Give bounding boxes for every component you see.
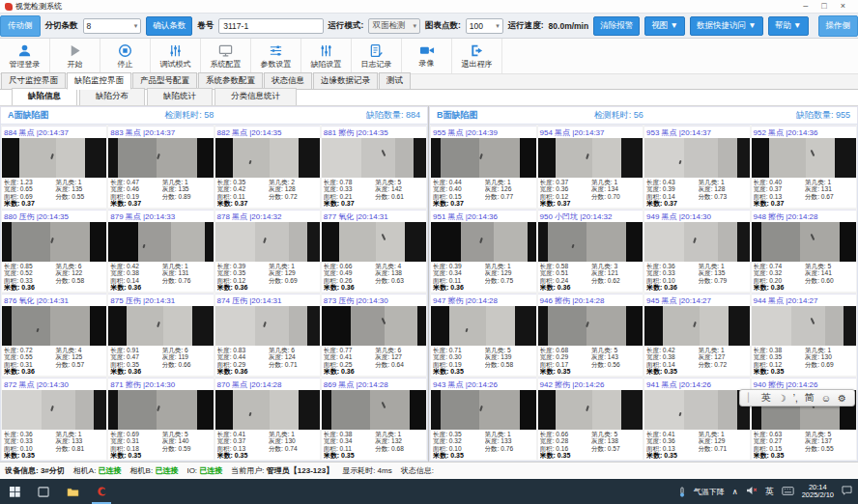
tool-button-开始[interactable]: 开始: [50, 39, 100, 73]
keyboard-icon[interactable]: [782, 487, 794, 497]
window-title: 视觉检测系统: [15, 1, 62, 12]
tab-状态信息[interactable]: 状态信息: [264, 72, 312, 89]
subtab-缺陷统计[interactable]: 缺陷统计: [147, 88, 213, 105]
task-view-button[interactable]: [29, 479, 58, 504]
defect-cell[interactable]: 941 黑点 |20:14:26长度: 0.41宽度: 0.36面积: 0.13…: [644, 378, 750, 460]
maximize-button[interactable]: □: [821, 2, 826, 11]
drive-side-button[interactable]: 传动侧: [0, 15, 41, 37]
defect-cell[interactable]: 945 黑点 |20:14:27长度: 0.42宽度: 0.38面积: 0.14…: [644, 294, 750, 376]
defect-cell[interactable]: 943 黑点 |20:14:26长度: 0.35宽度: 0.32面积: 0.10…: [431, 378, 536, 460]
io-status: 已连接: [199, 466, 222, 475]
slit-count-select[interactable]: 8 ▾: [83, 18, 142, 34]
tool-button-系统配置[interactable]: 系统配置: [201, 39, 251, 73]
close-button[interactable]: ×: [841, 2, 845, 11]
tool-button-停止[interactable]: 停止: [100, 39, 151, 73]
tab-尺寸监控界面[interactable]: 尺寸监控界面: [1, 72, 66, 89]
defect-cell[interactable]: 870 黑点 |20:14:28长度: 0.41宽度: 0.37面积: 0.13…: [215, 378, 320, 460]
meta-length: 长度: 0.36: [4, 431, 55, 437]
defect-cell[interactable]: 883 黑点 |20:14:37长度: 0.47宽度: 0.46面积: 0.19…: [108, 126, 213, 208]
tool-button-缺陷设置[interactable]: 缺陷设置: [301, 39, 352, 73]
subtab-分类信息统计[interactable]: 分类信息统计: [214, 88, 297, 105]
tool-button-日志记录[interactable]: 日志记录: [352, 39, 402, 73]
defect-cell[interactable]: 942 擦伤 |20:14:26长度: 0.66宽度: 0.28面积: 0.16…: [538, 378, 644, 460]
defect-cell[interactable]: 872 黑点 |20:14:30长度: 0.36宽度: 0.33面积: 0.10…: [2, 378, 106, 460]
language-indicator[interactable]: 英: [765, 486, 774, 498]
punctuation-icon[interactable]: ’,: [793, 393, 798, 404]
meta-score: 分数: 0.77: [485, 193, 534, 200]
run-mode-select[interactable]: 双面检测 ▾: [368, 18, 420, 34]
tray-expand-icon[interactable]: ∧: [732, 488, 738, 496]
defect-cell[interactable]: 948 擦伤 |20:14:28长度: 0.74宽度: 0.32面积: 0.20…: [752, 210, 857, 292]
defect-cell[interactable]: 881 擦伤 |20:14:35长度: 0.78宽度: 0.33面积: 0.21…: [322, 126, 426, 208]
ime-simplified-button[interactable]: 简: [805, 391, 815, 405]
defect-cell[interactable]: 949 黑点 |20:14:30长度: 0.36宽度: 0.33面积: 0.10…: [644, 210, 750, 292]
meta-meter: 米数: 0.37: [540, 200, 592, 207]
meta-class: 第几类: 1: [485, 263, 534, 269]
defect-meta-right: 第几类: 1灰度: 129分数: 0.71: [699, 431, 748, 460]
chart-points-select[interactable]: 100 ▾: [466, 18, 503, 34]
volume-muted-icon[interactable]: [746, 486, 758, 497]
meta-width: 宽度: 0.51: [540, 269, 592, 276]
defect-cell[interactable]: 947 擦伤 |20:14:28长度: 0.71宽度: 0.30面积: 0.19…: [431, 294, 536, 376]
subtab-缺陷信息[interactable]: 缺陷信息: [12, 88, 77, 105]
clear-alarm-button[interactable]: 清除报警: [593, 16, 640, 36]
tool-button-参数设置[interactable]: 参数设置: [251, 39, 301, 73]
defect-cell[interactable]: 878 黑点 |20:14:32长度: 0.39宽度: 0.35面积: 0.12…: [215, 210, 320, 292]
tool-button-管理登录[interactable]: 管理登录: [0, 39, 50, 73]
defect-cell[interactable]: 954 黑点 |20:14:37长度: 0.37宽度: 0.36面积: 0.12…: [538, 126, 644, 208]
confirm-count-button[interactable]: 确认条数: [146, 16, 192, 36]
tool-button-录像[interactable]: 录像: [402, 39, 452, 73]
taskbar-clock[interactable]: 20:14 2025/2/10: [802, 484, 834, 500]
operator-side-button[interactable]: 操作侧: [818, 15, 858, 37]
tab-缺陷监控界面[interactable]: 缺陷监控界面: [67, 72, 131, 90]
view-menu-button[interactable]: 视图 ▼: [644, 16, 685, 36]
defect-cell[interactable]: 877 氧化 |20:14:31长度: 0.66宽度: 0.49面积: 0.26…: [322, 210, 426, 292]
tab-产品型号配置[interactable]: 产品型号配置: [132, 72, 197, 89]
defect-cell[interactable]: 946 擦伤 |20:14:28长度: 0.68宽度: 0.29面积: 0.17…: [538, 294, 644, 376]
emoji-icon[interactable]: ☺: [821, 393, 831, 404]
notification-center-icon[interactable]: [842, 486, 852, 497]
gear-icon[interactable]: ⚙: [838, 393, 846, 404]
vision-app-taskbar-button[interactable]: [87, 479, 116, 504]
defect-cell[interactable]: 873 压伤 |20:14:30长度: 0.77宽度: 0.41面积: 0.25…: [322, 294, 426, 376]
meta-length: 长度: 0.68: [540, 347, 592, 353]
tab-系统参数配置[interactable]: 系统参数配置: [198, 72, 263, 89]
roll-number-input[interactable]: 3117-1: [218, 18, 323, 34]
ime-lang-english-button[interactable]: 英: [761, 391, 771, 405]
defect-cell[interactable]: 871 擦伤 |20:14:30长度: 0.69宽度: 0.31面积: 0.18…: [108, 378, 213, 460]
defect-cell[interactable]: 880 压伤 |20:14:35长度: 0.85宽度: 0.52面积: 0.33…: [2, 210, 106, 292]
meta-meter: 米数: 0.35: [540, 452, 592, 459]
meta-meter: 米数: 0.37: [217, 200, 269, 207]
defect-cell[interactable]: 869 黑点 |20:14:28长度: 0.38宽度: 0.34面积: 0.11…: [322, 378, 426, 460]
defect-cell[interactable]: 882 黑点 |20:14:35长度: 0.35宽度: 0.42面积: 0.11…: [215, 126, 320, 208]
help-menu-button[interactable]: 帮助 ▼: [768, 16, 809, 36]
defect-cell[interactable]: 951 黑点 |20:14:36长度: 0.39宽度: 0.34面积: 0.11…: [431, 210, 536, 292]
defect-cell[interactable]: 879 黑点 |20:14:33长度: 0.42宽度: 0.38面积: 0.14…: [108, 210, 213, 292]
defect-cell[interactable]: 875 压伤 |20:14:31长度: 0.91宽度: 0.47面积: 0.35…: [108, 294, 213, 376]
subtab-缺陷分布[interactable]: 缺陷分布: [79, 88, 145, 105]
data-quick-access-menu-button[interactable]: 数据快捷访问 ▼: [690, 16, 763, 36]
defect-meta-left: 长度: 0.36宽度: 0.33面积: 0.10米数: 0.36: [646, 263, 699, 292]
ime-drag-handle[interactable]: ▏: [748, 393, 755, 403]
defect-cell[interactable]: 955 黑点 |20:14:39长度: 0.44宽度: 0.40面积: 0.15…: [431, 126, 536, 208]
tab-测试[interactable]: 测试: [379, 72, 411, 89]
defect-cell[interactable]: 953 黑点 |20:14:37长度: 0.43宽度: 0.39面积: 0.14…: [644, 126, 750, 208]
weather-text[interactable]: 气温下降: [694, 487, 725, 497]
tool-button-调试模式[interactable]: 调试模式: [151, 39, 201, 73]
tab-边缘数据记录[interactable]: 边缘数据记录: [313, 72, 378, 89]
start-button[interactable]: [0, 479, 29, 504]
defect-cell[interactable]: 884 黑点 |20:14:37长度: 1.23宽度: 0.65面积: 0.69…: [2, 126, 106, 208]
meta-class: 第几类: 6: [162, 347, 212, 353]
defect-cell[interactable]: 952 黑点 |20:14:36长度: 0.40宽度: 0.37面积: 0.13…: [752, 126, 857, 208]
file-explorer-button[interactable]: [58, 479, 87, 504]
defect-image: [322, 138, 426, 178]
user-icon: [17, 43, 32, 58]
moon-icon[interactable]: ☽: [778, 393, 786, 404]
defect-cell[interactable]: 876 氧化 |20:14:31长度: 0.72宽度: 0.55面积: 0.31…: [2, 294, 106, 376]
defect-cell[interactable]: 950 小凹坑 |20:14:32长度: 0.58宽度: 0.51面积: 0.2…: [538, 210, 644, 292]
defect-image: [431, 306, 536, 346]
minimize-button[interactable]: –: [803, 2, 808, 11]
defect-cell[interactable]: 944 黑点 |20:14:27长度: 0.38宽度: 0.35面积: 0.12…: [752, 294, 857, 376]
defect-cell[interactable]: 874 压伤 |20:14:31长度: 0.83宽度: 0.44面积: 0.29…: [215, 294, 320, 376]
tool-button-退出程序[interactable]: 退出程序: [452, 39, 502, 73]
